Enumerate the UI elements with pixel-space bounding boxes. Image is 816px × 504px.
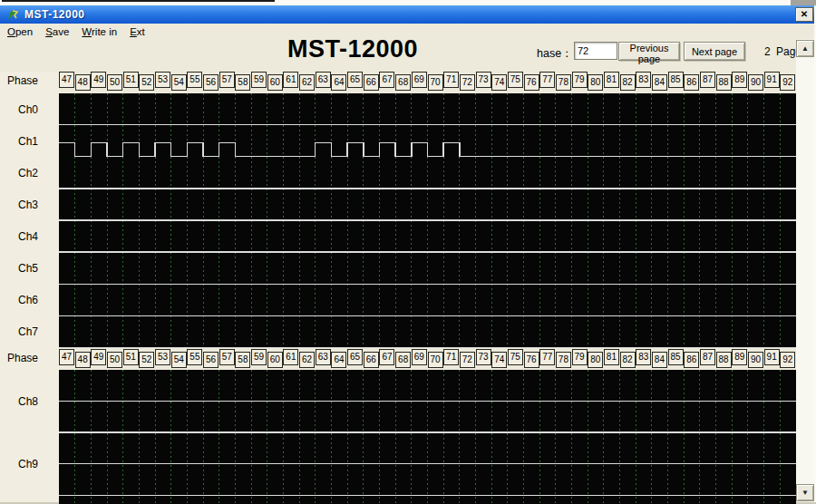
channel-label-ch2: Ch2 <box>0 167 56 179</box>
menu-item-save[interactable]: Save <box>45 26 69 37</box>
phase-cell: 71 <box>443 72 459 88</box>
menu-item-ext[interactable]: Ext <box>130 26 145 37</box>
phase-cell: 77 <box>539 349 555 365</box>
phase-cell: 92 <box>780 352 795 368</box>
phase-cell: 64 <box>331 74 346 91</box>
phase-cell: 83 <box>636 72 651 88</box>
scroll-up-button[interactable]: ▲ <box>796 40 814 57</box>
channel-label-ch3: Ch3 <box>0 199 56 211</box>
phase-cell: 53 <box>155 72 170 88</box>
vertical-scrollbar[interactable]: ▲ ▼ <box>796 39 814 504</box>
phase-cell: 50 <box>107 74 122 91</box>
channel-label-ch9: Ch9 <box>0 458 56 470</box>
phase-cell: 65 <box>347 72 363 88</box>
close-button[interactable]: ✕ <box>795 7 813 22</box>
phase-cell: 51 <box>123 349 139 365</box>
phase-cell: 58 <box>235 74 250 91</box>
waveform-display-channels-8-9 <box>59 370 796 504</box>
scroll-down-button[interactable]: ▼ <box>796 484 814 501</box>
phase-cell: 48 <box>75 74 91 91</box>
phase-cell: 82 <box>620 74 636 91</box>
phase-cell: 74 <box>491 74 507 91</box>
channel-label-ch6: Ch6 <box>0 294 56 306</box>
phase-cell: 60 <box>267 74 283 91</box>
channel-label-ch7: Ch7 <box>0 325 56 338</box>
phase-cell: 60 <box>267 352 283 368</box>
phase-cell: 56 <box>203 74 219 91</box>
phase-row-label: Phase <box>7 74 38 87</box>
phase-cell: 71 <box>443 349 459 365</box>
phase-cell: 74 <box>491 352 507 368</box>
phase-cell: 83 <box>636 349 651 365</box>
phase-cell: 62 <box>299 74 315 91</box>
phase-cell: 84 <box>652 352 667 368</box>
phase-cell: 88 <box>716 74 732 91</box>
phase-cell: 80 <box>588 352 603 368</box>
phase-cell: 90 <box>748 74 763 91</box>
phase-cells-bottom: 4748495051525354555657585960616263646566… <box>59 349 796 370</box>
phase-cell: 53 <box>155 349 170 365</box>
phase-cell: 87 <box>700 349 715 365</box>
phase-cell: 82 <box>620 352 636 368</box>
phase-cell: 67 <box>379 349 394 365</box>
phase-cell: 78 <box>556 74 571 91</box>
phase-cell: 81 <box>604 72 619 88</box>
phase-cell: 59 <box>251 72 267 88</box>
phase-cell: 92 <box>780 74 795 91</box>
phase-cell: 91 <box>764 72 780 88</box>
phase-cell: 57 <box>219 72 235 88</box>
phase-cell: 66 <box>364 352 379 368</box>
phase-cell: 76 <box>524 74 539 91</box>
phase-input-label: hase： <box>537 46 573 62</box>
phase-input[interactable] <box>574 42 617 60</box>
page-number: 2 <box>764 45 771 58</box>
phase-cell: 84 <box>652 74 667 91</box>
channel-label-ch1: Ch1 <box>0 135 56 148</box>
phase-cell: 59 <box>251 349 267 365</box>
phase-cell: 63 <box>316 72 331 88</box>
menu-item-write-in[interactable]: Write in <box>82 26 117 37</box>
phase-cell: 79 <box>572 349 588 365</box>
phase-cell: 67 <box>379 72 394 88</box>
phase-cell: 68 <box>395 352 411 368</box>
phase-cell: 58 <box>235 352 250 368</box>
phase-cell: 62 <box>299 352 315 368</box>
phase-cell: 56 <box>203 352 219 368</box>
phase-cell: 86 <box>684 74 699 91</box>
phase-cell: 55 <box>187 349 202 365</box>
phase-cell: 85 <box>668 349 684 365</box>
phase-cell: 50 <box>107 352 122 368</box>
phase-ruler-bottom: Phase 4748495051525354555657585960616263… <box>0 349 796 370</box>
phase-cell: 90 <box>748 352 763 368</box>
phase-cell: 70 <box>428 352 443 368</box>
phase-cell: 75 <box>508 349 523 365</box>
phase-cell: 47 <box>59 349 74 365</box>
phase-cell: 61 <box>283 72 298 88</box>
waveform-display-channels-0-7 <box>59 93 796 348</box>
phase-cell: 73 <box>476 72 491 88</box>
phase-cell: 69 <box>412 72 427 88</box>
menu-item-open[interactable]: Open <box>7 26 33 37</box>
phase-cell: 72 <box>460 74 475 91</box>
phase-cell: 77 <box>539 72 555 88</box>
previous-page-button[interactable]: Previous page <box>618 42 680 61</box>
window-title: MST-12000 <box>24 8 85 21</box>
phase-cell: 79 <box>572 72 588 88</box>
phase-cell: 70 <box>428 74 443 91</box>
next-page-button[interactable]: Next page <box>684 42 745 61</box>
phase-cell: 86 <box>684 352 699 368</box>
phase-cell: 66 <box>364 74 379 91</box>
channel-label-ch0: Ch0 <box>0 103 56 116</box>
trace-ch1 <box>59 143 796 157</box>
phase-cell: 65 <box>347 349 363 365</box>
background-window-edge <box>2 0 275 2</box>
phase-cell: 55 <box>187 72 202 88</box>
phase-cell: 76 <box>524 352 539 368</box>
phase-cell: 89 <box>732 72 747 88</box>
channel-label-ch5: Ch5 <box>0 262 56 275</box>
phase-cell: 85 <box>668 72 684 88</box>
phase-cell: 49 <box>91 72 106 88</box>
phase-cell: 52 <box>139 74 154 91</box>
phase-cell: 51 <box>123 72 139 88</box>
phase-ruler-top: Phase 4748495051525354555657585960616263… <box>0 72 796 92</box>
